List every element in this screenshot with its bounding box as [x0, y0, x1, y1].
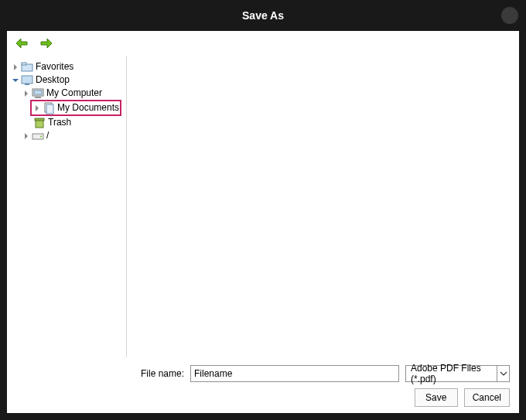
tree-item-my-computer[interactable]: My Computer: [12, 87, 123, 100]
tree-item-desktop[interactable]: Desktop: [12, 73, 123, 87]
documents-icon: [43, 102, 55, 114]
nav-row: [7, 31, 519, 56]
arrow-right-icon: [39, 37, 53, 50]
arrow-left-icon: [15, 37, 29, 50]
expander-icon[interactable]: [22, 132, 30, 140]
svg-rect-10: [35, 118, 44, 121]
titlebar: Save As: [0, 0, 526, 31]
trash-icon: [33, 117, 46, 129]
svg-rect-5: [34, 90, 42, 94]
tree-label: Favorites: [36, 60, 73, 73]
filename-input[interactable]: [190, 365, 399, 382]
dialog-body: Favorites Desktop My Computer: [7, 31, 519, 413]
expander-icon[interactable]: [12, 77, 19, 84]
close-button[interactable]: [501, 7, 518, 24]
button-label: Save: [425, 392, 446, 403]
main-area: Favorites Desktop My Computer: [7, 56, 519, 357]
svg-rect-6: [35, 97, 41, 98]
filetype-label: Adobe PDF Files (*.pdf): [411, 363, 497, 384]
svg-point-12: [40, 135, 42, 137]
folder-tree[interactable]: Favorites Desktop My Computer: [7, 56, 127, 357]
tree-item-favorites[interactable]: Favorites: [12, 60, 123, 73]
tree-item-highlight: My Documents: [30, 100, 121, 116]
expander-icon[interactable]: [12, 63, 19, 71]
filetype-select[interactable]: Adobe PDF Files (*.pdf): [405, 365, 510, 382]
drive-icon: [32, 130, 44, 142]
button-row: Save Cancel: [16, 388, 510, 407]
tree-item-trash[interactable]: Trash: [12, 116, 123, 129]
save-button[interactable]: Save: [415, 388, 458, 407]
tree-label: /: [46, 129, 49, 142]
cancel-button[interactable]: Cancel: [464, 388, 510, 407]
tree-item-root[interactable]: /: [12, 129, 123, 142]
computer-icon: [32, 87, 44, 100]
svg-rect-8: [46, 104, 53, 114]
back-button[interactable]: [15, 37, 29, 50]
dialog-title: Save As: [242, 9, 284, 22]
button-label: Cancel: [473, 392, 501, 403]
filename-label: File name:: [141, 368, 184, 379]
tree-label: Trash: [48, 116, 71, 129]
svg-rect-1: [22, 63, 26, 65]
file-list-area[interactable]: [127, 56, 519, 357]
filename-row: File name: Adobe PDF Files (*.pdf): [16, 365, 510, 382]
expander-icon[interactable]: [33, 104, 41, 112]
svg-rect-3: [25, 84, 29, 85]
tree-label: My Computer: [46, 87, 102, 100]
bottom-panel: File name: Adobe PDF Files (*.pdf) Save …: [7, 357, 519, 413]
desktop-icon: [21, 74, 33, 87]
chevron-down-icon: [497, 366, 509, 381]
tree-label: Desktop: [36, 73, 70, 87]
tree-item-my-documents[interactable]: My Documents: [33, 101, 118, 114]
folder-icon: [21, 61, 33, 73]
tree-label: My Documents: [57, 101, 119, 114]
forward-button[interactable]: [39, 37, 53, 50]
svg-rect-2: [22, 76, 32, 84]
expander-icon[interactable]: [22, 90, 30, 97]
